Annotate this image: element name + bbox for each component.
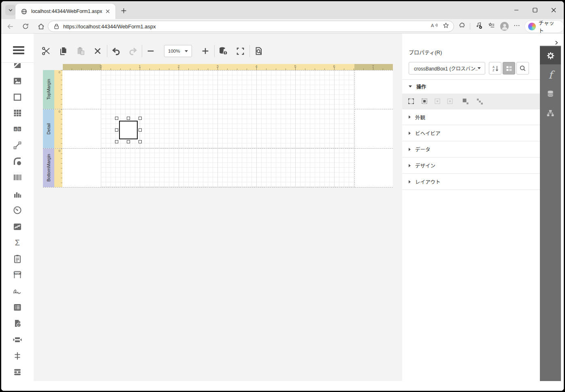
section-behavior[interactable]: ビヘイビア: [402, 125, 540, 141]
checkbox-icon: ab: [13, 124, 22, 134]
tool-barcode[interactable]: [1, 172, 34, 183]
section-operations[interactable]: 操作: [402, 79, 540, 94]
section-layout[interactable]: レイアウト: [402, 174, 540, 190]
sidebar-tab-expressions[interactable]: f: [540, 66, 561, 84]
copy-button[interactable]: [58, 46, 68, 56]
tool-chart[interactable]: [1, 189, 34, 200]
tool-input-field[interactable]: [1, 254, 34, 264]
section-appearance[interactable]: 外観: [402, 109, 540, 125]
tool-table[interactable]: [1, 108, 34, 118]
sort-alphabetical-button[interactable]: AZ: [489, 62, 501, 75]
close-window-button[interactable]: [544, 2, 563, 18]
tool-pdf[interactable]: PDF: [1, 270, 34, 280]
tool-formula[interactable]: Σ: [1, 237, 34, 248]
tool-table-of-contents[interactable]: [1, 302, 34, 313]
home-button[interactable]: [36, 21, 46, 31]
favorite-star-button[interactable]: [442, 22, 450, 31]
op-center-vertical-button[interactable]: [446, 98, 454, 105]
caret-right-icon: [409, 148, 411, 151]
tool-cross-band-box[interactable]: [1, 334, 34, 345]
tool-line[interactable]: [1, 140, 34, 151]
resize-handle-n[interactable]: [127, 117, 130, 120]
sidebar-tab-properties[interactable]: [540, 47, 561, 64]
toolbar-divider: [470, 23, 470, 30]
tab-close-button[interactable]: [104, 8, 111, 15]
collections-button[interactable]: [488, 21, 496, 31]
zoom-out-button[interactable]: [145, 46, 156, 56]
sparkline-icon: [13, 222, 22, 232]
tool-shape[interactable]: [1, 156, 34, 167]
resize-handle-sw[interactable]: [115, 140, 118, 143]
op-center-horizontal-button[interactable]: [434, 98, 441, 105]
more-menu-button[interactable]: [513, 22, 520, 31]
copy-icon: [58, 46, 68, 56]
ruler-number: 6: [330, 64, 338, 68]
op-icon: [446, 98, 454, 105]
band-label-detail[interactable]: Detail: [43, 109, 54, 148]
resize-handle-ne[interactable]: [139, 117, 142, 120]
tool-overflow-placeholder[interactable]: [1, 367, 34, 377]
refresh-button[interactable]: [21, 21, 30, 31]
op-size-to-smallest-button[interactable]: [476, 98, 483, 105]
zoom-level-dropdown[interactable]: 100%: [164, 45, 192, 57]
op-fit-container-button[interactable]: [421, 98, 428, 105]
tool-rectangle[interactable]: [1, 92, 34, 102]
band-content[interactable]: [62, 70, 393, 109]
fullscreen-button[interactable]: [235, 46, 245, 56]
ruler-number: 0: [97, 64, 105, 68]
tool-gauge[interactable]: [1, 205, 34, 215]
resize-handle-s[interactable]: [127, 140, 130, 143]
tool-sparkline[interactable]: [1, 222, 34, 232]
tool-checkbox[interactable]: ab: [1, 124, 34, 134]
hamburger-icon: [13, 46, 24, 55]
band-content[interactable]: [62, 149, 393, 187]
back-button[interactable]: [5, 21, 15, 31]
band-label-top-margin[interactable]: TopMargin: [43, 70, 54, 109]
tool-report-info[interactable]: i: [1, 318, 34, 329]
rectangle-icon: [13, 92, 22, 102]
database-alert-icon: [218, 46, 228, 56]
media-controls-button[interactable]: [475, 21, 483, 32]
tool-cross-band-line[interactable]: [1, 351, 34, 361]
preview-button[interactable]: [253, 46, 264, 56]
maximize-button[interactable]: [526, 2, 544, 18]
search-properties-button[interactable]: [516, 62, 529, 75]
toolbox-menu-button[interactable]: [13, 45, 25, 55]
read-aloud-button[interactable]: A: [430, 22, 438, 31]
new-tab-button[interactable]: [119, 6, 128, 15]
zoom-in-button[interactable]: [200, 46, 211, 56]
minimize-button[interactable]: [507, 2, 526, 18]
collapse-panel-button[interactable]: [552, 38, 560, 47]
sidebar-tab-data[interactable]: [540, 85, 561, 103]
tool-signature[interactable]: [1, 286, 34, 296]
url-bar[interactable]: https://localhost:44344/WebForm1.aspx A: [48, 21, 454, 32]
resize-handle-nw[interactable]: [115, 117, 118, 120]
resize-handle-w[interactable]: [115, 128, 118, 132]
object-selector-dropdown[interactable]: crossBandBox1 (クロスバン...: [409, 62, 485, 75]
categorized-view-button[interactable]: [503, 62, 515, 75]
profile-avatar[interactable]: [500, 22, 509, 31]
tool-textbox[interactable]: [1, 63, 34, 71]
redo-button[interactable]: [128, 46, 138, 56]
sidebar-tab-report-explorer[interactable]: [540, 104, 561, 122]
browser-tab[interactable]: localhost:44344/WebForm1.aspx: [15, 4, 115, 19]
extensions-button[interactable]: [458, 22, 465, 31]
cut-button[interactable]: [41, 46, 51, 56]
section-design[interactable]: デザイン: [402, 158, 540, 174]
undo-button[interactable]: [111, 46, 121, 56]
op-fit-width-button[interactable]: [407, 98, 415, 105]
paste-button[interactable]: [75, 46, 86, 56]
data-sources-button[interactable]: [218, 46, 228, 56]
copilot-chat-button[interactable]: チャット: [525, 21, 564, 32]
tool-picture[interactable]: [1, 76, 34, 86]
delete-button[interactable]: [92, 46, 103, 56]
band-content[interactable]: [62, 109, 393, 148]
resize-handle-e[interactable]: [139, 128, 142, 132]
tab-search-button[interactable]: [5, 5, 16, 15]
resize-handle-se[interactable]: [139, 140, 142, 143]
band-label-bottom-margin[interactable]: BottomMargin: [43, 149, 54, 187]
op-size-to-largest-button[interactable]: [462, 98, 469, 105]
properties-title: プロパティ(R): [409, 48, 442, 56]
section-data[interactable]: データ: [402, 141, 540, 158]
selected-cross-band-box[interactable]: [119, 121, 138, 139]
